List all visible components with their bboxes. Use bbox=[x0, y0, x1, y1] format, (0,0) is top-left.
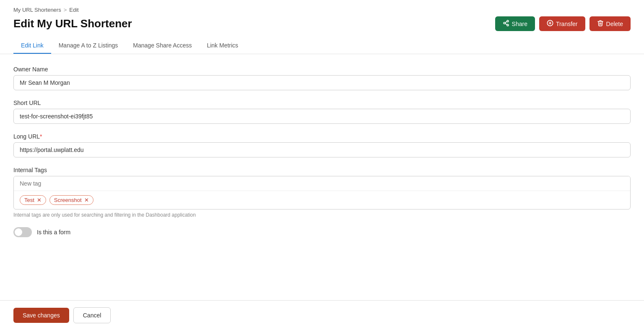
transfer-button[interactable]: Transfer bbox=[539, 16, 585, 31]
content-section: Owner Name Short URL Long URL* Internal … bbox=[0, 54, 644, 300]
tag-input[interactable] bbox=[14, 176, 630, 191]
header-buttons: Share Transfer bbox=[495, 16, 631, 31]
tags-container: Test ✕ Screenshot ✕ bbox=[13, 176, 631, 210]
tag-screenshot: Screenshot ✕ bbox=[49, 195, 93, 205]
cancel-button[interactable]: Cancel bbox=[73, 307, 111, 323]
internal-tags-label: Internal Tags bbox=[13, 167, 631, 173]
breadcrumb-current: Edit bbox=[69, 7, 78, 13]
delete-icon bbox=[597, 20, 604, 28]
tag-test-label: Test bbox=[24, 197, 34, 203]
short-url-label: Short URL bbox=[13, 100, 631, 106]
long-url-group: Long URL* bbox=[13, 133, 631, 157]
long-url-input[interactable] bbox=[13, 142, 631, 157]
long-url-label: Long URL* bbox=[13, 133, 631, 140]
delete-button[interactable]: Delete bbox=[589, 16, 631, 31]
svg-line-4 bbox=[505, 21, 507, 23]
tabs: Edit Link Manage A to Z Listings Manage … bbox=[13, 38, 631, 54]
tab-manage-az[interactable]: Manage A to Z Listings bbox=[51, 38, 126, 54]
transfer-icon bbox=[547, 20, 553, 28]
is-form-label: Is this a form bbox=[37, 229, 70, 236]
delete-label: Delete bbox=[606, 21, 623, 27]
tab-link-metrics[interactable]: Link Metrics bbox=[199, 38, 246, 54]
tab-edit-link[interactable]: Edit Link bbox=[13, 38, 51, 54]
title-row: Edit My URL Shortener Share bbox=[13, 16, 631, 31]
svg-line-3 bbox=[505, 24, 507, 25]
internal-tags-group: Internal Tags Test ✕ Screenshot ✕ Intern… bbox=[13, 167, 631, 218]
tags-hint: Internal tags are only used for searchin… bbox=[13, 212, 631, 218]
transfer-label: Transfer bbox=[556, 21, 578, 27]
tags-list: Test ✕ Screenshot ✕ bbox=[14, 191, 630, 209]
share-label: Share bbox=[512, 21, 527, 27]
tag-test: Test ✕ bbox=[20, 195, 46, 205]
owner-name-group: Owner Name bbox=[13, 66, 631, 90]
save-changes-button[interactable]: Save changes bbox=[13, 308, 69, 323]
tag-screenshot-label: Screenshot bbox=[54, 197, 82, 203]
tag-screenshot-remove[interactable]: ✕ bbox=[84, 197, 89, 203]
required-indicator: * bbox=[40, 133, 42, 140]
header-section: My URL Shorteners > Edit Edit My URL Sho… bbox=[0, 0, 644, 54]
share-icon bbox=[503, 20, 509, 28]
short-url-input[interactable] bbox=[13, 109, 631, 124]
breadcrumb-separator: > bbox=[64, 7, 67, 13]
owner-name-input[interactable] bbox=[13, 75, 631, 90]
share-button[interactable]: Share bbox=[495, 16, 535, 31]
breadcrumb-parent[interactable]: My URL Shorteners bbox=[13, 7, 61, 13]
breadcrumb: My URL Shorteners > Edit bbox=[13, 7, 631, 13]
page-wrapper: My URL Shorteners > Edit Edit My URL Sho… bbox=[0, 0, 644, 330]
short-url-group: Short URL bbox=[13, 100, 631, 124]
page-title: Edit My URL Shortener bbox=[13, 17, 132, 30]
owner-name-label: Owner Name bbox=[13, 66, 631, 73]
tab-manage-share[interactable]: Manage Share Access bbox=[125, 38, 199, 54]
toggle-row: Is this a form bbox=[13, 227, 631, 237]
toggle-slider bbox=[13, 227, 32, 237]
tag-test-remove[interactable]: ✕ bbox=[37, 197, 42, 203]
is-form-toggle[interactable] bbox=[13, 227, 32, 237]
footer-section: Save changes Cancel bbox=[0, 300, 644, 330]
